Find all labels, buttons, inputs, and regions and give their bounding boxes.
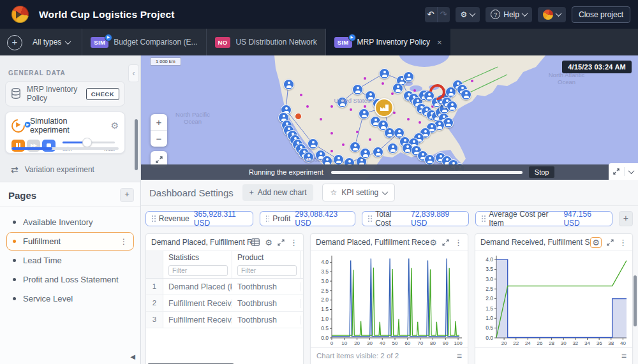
customer-marker[interactable] bbox=[337, 97, 348, 108]
variation-experiment-item[interactable]: ⇄ Variation experiment bbox=[5, 161, 137, 178]
kpi-chip-average-cost-per-item[interactable]: Average Cost per Item947.156 USD bbox=[475, 211, 612, 226]
gear-icon[interactable]: ⚙ bbox=[265, 238, 272, 247]
y-tick-label: 3.0 bbox=[486, 276, 493, 282]
customer-marker[interactable] bbox=[373, 147, 383, 157]
x-tick-label: 22 bbox=[513, 340, 519, 346]
series-area-Demand Received bbox=[496, 259, 627, 338]
bullet-icon bbox=[13, 297, 16, 300]
sidebar-item-profit-and-loss-statement[interactable]: Profit and Loss Statement bbox=[6, 270, 134, 289]
zoom-out-button[interactable]: − bbox=[151, 131, 167, 147]
customer-marker[interactable] bbox=[424, 154, 435, 165]
customer-marker[interactable] bbox=[350, 142, 360, 152]
simulation-progress-bar bbox=[11, 147, 119, 150]
sidebar-item-service-level[interactable]: Service Level bbox=[6, 289, 134, 308]
factory-icon bbox=[380, 105, 389, 111]
product-filter-input[interactable] bbox=[237, 265, 297, 276]
drag-handle-icon[interactable] bbox=[266, 215, 267, 217]
zoom-in-button[interactable]: + bbox=[151, 114, 167, 131]
chevron-down-icon bbox=[65, 38, 71, 45]
chevron-down-icon[interactable] bbox=[628, 168, 635, 174]
x-tick-label: 20 bbox=[501, 340, 507, 346]
table-row[interactable]: 3Fulfillment Receiv...Toothbrush bbox=[146, 312, 303, 328]
tab-budget-comparison-e-[interactable]: SIM▶Budget Comparison (E... bbox=[82, 29, 205, 55]
new-tab-button[interactable]: + bbox=[7, 35, 22, 50]
customer-marker[interactable] bbox=[352, 84, 363, 95]
transit-dot bbox=[320, 118, 322, 120]
map-zoom-controls: + − bbox=[151, 114, 167, 147]
stop-experiment-button[interactable]: Stop bbox=[529, 166, 555, 178]
customer-marker[interactable] bbox=[283, 79, 294, 90]
customer-marker[interactable] bbox=[447, 101, 457, 112]
expand-icon[interactable] bbox=[442, 239, 449, 246]
kpi-chip-total-cost[interactable]: Total Cost72,839.889 USD bbox=[362, 211, 469, 226]
mrp-policy-card[interactable]: MRP Inventory Policy CHECK bbox=[5, 81, 125, 106]
sidebar-item-available-inventory[interactable]: Available Inventory bbox=[6, 213, 134, 231]
close-project-button[interactable]: Close project bbox=[572, 6, 630, 23]
customer-marker[interactable] bbox=[308, 138, 318, 149]
legend-icon[interactable]: ≡ bbox=[621, 351, 627, 361]
redo-icon[interactable]: ↷ bbox=[437, 7, 450, 22]
customer-marker[interactable] bbox=[387, 143, 398, 154]
kpi-setting-dropdown[interactable]: ☆ KPI setting bbox=[322, 184, 395, 201]
chart-card-table: Demand Placed, Fulfillment Recei... ⚙ ⋮ … bbox=[145, 233, 304, 364]
speed-slider[interactable]: Min Max bbox=[63, 138, 115, 147]
drag-handle-icon[interactable] bbox=[368, 215, 369, 217]
kebab-menu-icon[interactable]: ⋮ bbox=[290, 238, 298, 247]
customer-marker[interactable] bbox=[333, 154, 344, 165]
add-page-button[interactable]: + bbox=[120, 188, 134, 202]
cycle-icon: ⇄ bbox=[11, 164, 19, 175]
gear-icon[interactable]: ⚙ bbox=[590, 237, 602, 248]
sidebar-item-lead-time[interactable]: Lead Time bbox=[6, 251, 134, 270]
kebab-menu-icon[interactable]: ⋮ bbox=[619, 238, 627, 247]
highlighted-site-marker[interactable] bbox=[295, 113, 302, 120]
customer-marker[interactable] bbox=[392, 83, 403, 94]
line-chart: 0.00.51.01.52.02.53.03.54.02022242628303… bbox=[475, 251, 632, 348]
map[interactable]: United StatesMexicoNorth Atlantic OceanN… bbox=[140, 55, 638, 180]
kpi-chip-revenue[interactable]: Revenue365,928.311 USD bbox=[145, 211, 253, 226]
customer-marker[interactable] bbox=[403, 71, 414, 82]
expand-icon[interactable] bbox=[613, 168, 619, 175]
account-button[interactable] bbox=[538, 7, 566, 22]
tab-label: US Distribution Network bbox=[235, 38, 316, 47]
customer-marker[interactable] bbox=[379, 68, 390, 79]
table-row[interactable]: 1Demand Placed (P...Toothbrush bbox=[146, 279, 303, 295]
tab-mrp-inventory-policy[interactable]: SIM▶MRP Inventory Policy× bbox=[325, 29, 450, 55]
customer-marker[interactable] bbox=[360, 148, 371, 159]
sidebar-item-fulfillment[interactable]: Fulfillment⋮ bbox=[6, 232, 134, 251]
gear-icon[interactable]: ⚙ bbox=[110, 120, 119, 131]
customer-marker[interactable] bbox=[303, 152, 314, 163]
x-tick-label: 50 bbox=[392, 340, 398, 346]
customer-marker[interactable] bbox=[461, 89, 471, 100]
collapse-panel-button[interactable]: ‹ bbox=[128, 64, 139, 82]
dashboard-scrollbar[interactable] bbox=[634, 275, 637, 326]
add-kpi-button[interactable]: + bbox=[619, 211, 633, 226]
kpi-chip-profit[interactable]: Profit293,088.423 USD bbox=[260, 211, 356, 226]
expand-icon[interactable] bbox=[607, 239, 614, 246]
statistics-filter-input[interactable] bbox=[168, 265, 228, 276]
gear-icon[interactable]: ⚙ bbox=[429, 238, 437, 247]
undo-icon[interactable]: ↶ bbox=[425, 7, 437, 22]
table-view-icon[interactable] bbox=[251, 238, 260, 246]
dashboard: Dashboard Settings + Add new chart ☆ KPI… bbox=[140, 180, 638, 364]
legend-icon[interactable]: ≡ bbox=[457, 351, 462, 361]
factory-marker[interactable] bbox=[375, 98, 394, 117]
add-new-chart-button[interactable]: + Add new chart bbox=[242, 184, 314, 201]
kebab-menu-icon[interactable]: ⋮ bbox=[454, 238, 463, 247]
drag-handle-icon[interactable] bbox=[152, 215, 153, 217]
tab-type-badge: SIM▶ bbox=[334, 37, 352, 48]
table-row[interactable]: 2Fulfillment Receiv...Toothbrush bbox=[146, 295, 303, 312]
all-types-dropdown[interactable]: All types bbox=[22, 29, 82, 55]
help-button[interactable]: ? Help bbox=[486, 7, 532, 22]
expand-icon[interactable] bbox=[278, 239, 285, 246]
tab-us-distribution-network[interactable]: NOUS Distribution Network bbox=[206, 29, 325, 55]
close-tab-icon[interactable]: × bbox=[437, 38, 442, 47]
check-button[interactable]: CHECK bbox=[86, 88, 119, 100]
sidebar-scrollbar[interactable] bbox=[135, 119, 138, 170]
drag-handle-icon[interactable] bbox=[482, 215, 483, 217]
slider-thumb[interactable] bbox=[82, 138, 92, 147]
kebab-menu-icon[interactable]: ⋮ bbox=[120, 237, 128, 246]
customer-marker[interactable] bbox=[359, 108, 369, 119]
collapse-sidebar-button[interactable]: ◀ bbox=[130, 353, 135, 360]
simulation-datetime-badge: 4/15/23 03:24 AM bbox=[562, 61, 632, 73]
settings-button[interactable]: ⚙ bbox=[456, 7, 480, 22]
